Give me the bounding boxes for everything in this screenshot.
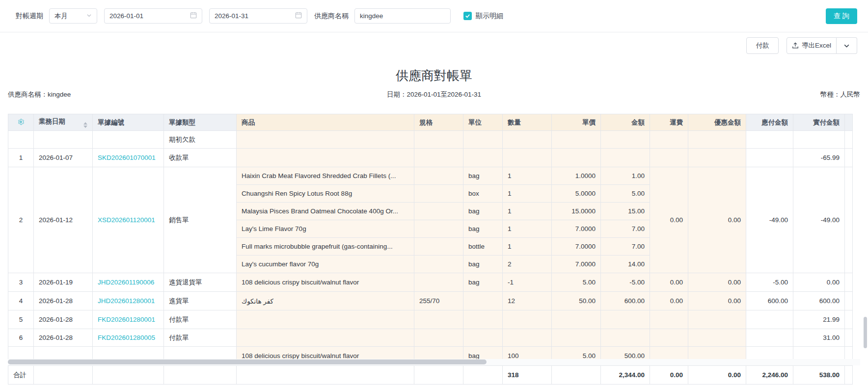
table-row-opening: 期初欠款: [8, 131, 853, 149]
supplier-statement-page: 對帳週期 本月 2026-01-01 2026-01-31 供應商名稱: [0, 0, 868, 385]
header-discount: 優惠金額: [688, 114, 746, 131]
item-price: 7.0000: [552, 256, 601, 273]
item-product: Lay's cucumber flavor 70g: [237, 256, 414, 273]
header-spec: 規格: [414, 114, 463, 131]
header-paid: 實付金額: [793, 114, 845, 131]
item-qty: 1: [503, 185, 552, 203]
doc-no-link[interactable]: JHD202601190006: [93, 273, 164, 292]
period-label: 對帳週期: [16, 12, 43, 21]
export-dropdown-button[interactable]: [837, 37, 857, 54]
row-no: 2: [8, 167, 34, 273]
opening-doc-type: 期初欠款: [164, 131, 237, 149]
show-detail-label: 顯示明細: [476, 12, 503, 21]
filter-bar: 對帳週期 本月 2026-01-01 2026-01-31 供應商名稱: [0, 0, 868, 32]
table-row: 3 2026-01-19 JHD202601190006 進貨退貨單 108 d…: [8, 273, 853, 292]
total-label: 合計: [8, 366, 34, 385]
row-no: 3: [8, 273, 34, 292]
row-paid: -49.00: [793, 167, 845, 273]
total-paid: 538.00: [793, 366, 845, 385]
horizontal-scrollbar[interactable]: [8, 359, 860, 365]
item-unit: bag: [463, 203, 503, 220]
pay-button[interactable]: 付款: [746, 37, 779, 54]
item-qty: 100: [503, 347, 552, 359]
supplier-label: 供應商名稱: [314, 12, 349, 21]
doc-no-link[interactable]: FKD202601280001: [93, 310, 164, 329]
total-freight: 0.00: [650, 366, 688, 385]
doc-no-link[interactable]: XSD202601120001: [93, 167, 164, 273]
sort-icons[interactable]: [83, 122, 87, 128]
checkbox-checked-icon[interactable]: [463, 12, 472, 20]
row-payable: -49.00: [746, 167, 793, 273]
item-unit: box: [463, 185, 503, 203]
calendar-icon: [190, 12, 197, 20]
header-freight: 運費: [650, 114, 688, 131]
row-no: 4: [8, 292, 34, 310]
table-row: 2 2026-01-12 XSD202601120001 銷售單 Haixin …: [8, 167, 853, 185]
row-discount: 0.00: [688, 273, 746, 292]
table-row: 5 2026-01-28 FKD202601280001 付款單 21.99: [8, 310, 853, 329]
row-no: 5: [8, 310, 34, 329]
doc-no-link[interactable]: SKD202601070001: [93, 149, 164, 167]
item-price: 5.00: [552, 273, 601, 292]
item-amount: 7.00: [601, 220, 650, 238]
row-freight: 0.00: [650, 273, 688, 292]
doc-no-link[interactable]: FKD202601280005: [93, 329, 164, 347]
statement-table-region: 業務日期 單據編號 單據類型 商品 規格 單位 數量 單價 金額 運費 優惠金額…: [8, 114, 860, 359]
row-doc-type: 收款單: [164, 149, 237, 167]
row-freight: 0.00: [650, 292, 688, 310]
report-meta: 供應商名稱：kingdee 日期：2026-01-01至2026-01-31 幣…: [0, 90, 868, 100]
item-qty: 1: [503, 203, 552, 220]
item-product: 108 delicious crispy biscuit/walnut flav…: [237, 273, 414, 292]
table-header-row: 業務日期 單據編號 單據類型 商品 規格 單位 數量 單價 金額 運費 優惠金額…: [8, 114, 853, 131]
item-amount: 7.00: [601, 238, 650, 256]
item-price: 50.00: [552, 292, 601, 310]
total-qty: 318: [503, 366, 552, 385]
meta-date-range: 日期：2026-01-01至2026-01-31: [0, 90, 868, 99]
meta-date-value: 2026-01-01至2026-01-31: [407, 91, 481, 98]
row-date: 2026-01-28: [34, 292, 93, 310]
export-excel-button[interactable]: 導出Excel: [787, 37, 837, 54]
show-detail-checkbox-wrap[interactable]: 顯示明細: [463, 12, 503, 21]
doc-no-link[interactable]: JHD202601280001: [93, 292, 164, 310]
total-discount: 0.00: [688, 366, 746, 385]
supplier-input-box: [354, 8, 451, 24]
item-amount: 600.00: [601, 292, 650, 310]
column-settings-button[interactable]: [8, 114, 34, 131]
item-price: 15.0000: [552, 203, 601, 220]
table-row: 1 2026-01-07 SKD202601070001 收款單 -65.99: [8, 149, 853, 167]
total-row: 合計 318 2,344.00 0.00 0.00 2,246.00 538.0…: [8, 366, 853, 385]
horizontal-scrollbar-thumb[interactable]: [8, 359, 487, 364]
vertical-scrollbar-thumb[interactable]: [864, 317, 867, 348]
header-date-label: 業務日期: [39, 118, 65, 125]
item-amount: 15.00: [601, 203, 650, 220]
header-doc-no: 單據編號: [93, 114, 164, 131]
item-price: 5.0000: [552, 185, 601, 203]
item-product: Full marks microbubble grapefruit (gas-c…: [237, 238, 414, 256]
header-date[interactable]: 業務日期: [34, 114, 93, 131]
item-qty: 2: [503, 256, 552, 273]
search-button[interactable]: 查 詢: [826, 8, 857, 24]
item-unit: bag: [463, 220, 503, 238]
item-spec: 255/70: [414, 292, 463, 310]
item-unit: bag: [463, 167, 503, 185]
supplier-input[interactable]: [360, 12, 445, 20]
header-qty: 數量: [503, 114, 552, 131]
total-amount: 2,344.00: [601, 366, 650, 385]
table-row: 4 2026-01-28 JHD202601280001 進貨單 كفر هان…: [8, 292, 853, 310]
item-qty: 1: [503, 238, 552, 256]
item-price: 1.0000: [552, 167, 601, 185]
item-product: Lay's Lime Flavor 70g: [237, 220, 414, 238]
item-qty: 12: [503, 292, 552, 310]
period-select-value: 本月: [54, 12, 68, 21]
item-product: Chuangshi Ren Spicy Lotus Root 88g: [237, 185, 414, 203]
start-date-input[interactable]: 2026-01-01: [104, 8, 202, 24]
item-qty: 1: [503, 220, 552, 238]
end-date-input[interactable]: 2026-01-31: [209, 8, 307, 24]
period-select[interactable]: 本月: [49, 8, 97, 24]
item-amount: 14.00: [601, 256, 650, 273]
item-product: كفر هانكوك: [237, 292, 414, 310]
item-product: Malaysia Pisces Brand Oatmeal Chocolate …: [237, 203, 414, 220]
item-unit: bag: [463, 347, 503, 359]
header-unit: 單位: [463, 114, 503, 131]
row-no: 6: [8, 329, 34, 347]
